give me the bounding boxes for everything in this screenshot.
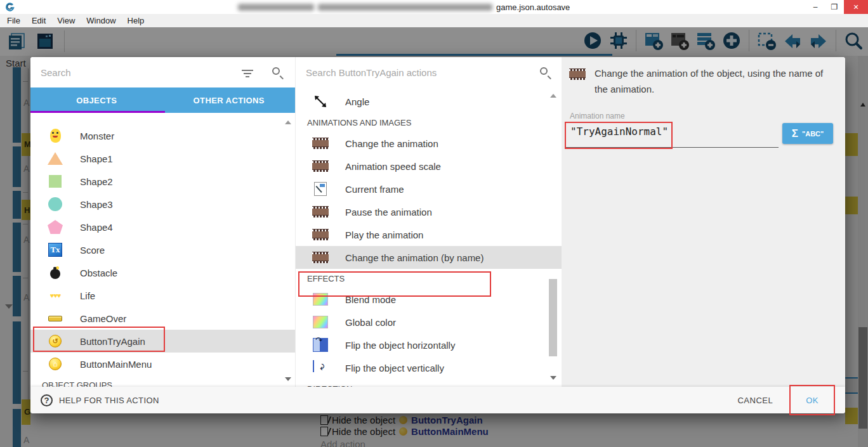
pentagon-object-icon <box>47 219 63 235</box>
object-label: Shape2 <box>80 176 113 187</box>
window-controls: – ❐ ✕ <box>806 0 868 14</box>
object-label: GameOver <box>80 313 126 324</box>
menu-help[interactable]: Help <box>122 16 150 25</box>
close-button[interactable]: ✕ <box>844 0 868 14</box>
retry-button-object-icon: ↺ <box>47 333 63 349</box>
film-strip-icon <box>312 226 329 243</box>
objects-search-row <box>30 57 295 87</box>
film-strip-icon <box>312 249 329 266</box>
list-item[interactable]: Shape2 <box>30 170 295 193</box>
scroll-up-icon[interactable] <box>285 120 291 124</box>
scroll-down-icon[interactable] <box>550 376 556 380</box>
bomb-object-icon <box>47 264 63 281</box>
object-label: ButtonMainMenu <box>80 359 152 370</box>
action-item[interactable]: Angle <box>296 90 562 113</box>
angle-icon <box>312 93 329 110</box>
hearts-object-icon: ♥♥♥ <box>47 287 63 304</box>
search-icon[interactable] <box>540 67 548 75</box>
menu-file[interactable]: File <box>1 16 26 25</box>
expression-editor-button[interactable]: Σ "ABC" <box>782 123 833 144</box>
action-label: Blend mode <box>345 294 396 305</box>
list-item-selected-buttontryagain[interactable]: ↺ ButtonTryAgain <box>30 330 295 353</box>
list-item[interactable]: Shape3 <box>30 193 295 216</box>
actions-list: Angle ANIMATIONS AND IMAGES Change the a… <box>296 87 562 387</box>
action-item[interactable]: Pause the animation <box>296 200 562 223</box>
list-item[interactable]: Shape1 <box>30 147 295 170</box>
annotation-box-ok: OK <box>789 385 835 415</box>
list-item[interactable]: ♥♥♥ Life <box>30 284 295 307</box>
action-label: Change the animation <box>345 138 438 149</box>
scroll-up-icon[interactable] <box>550 94 556 98</box>
actions-panel: Angle ANIMATIONS AND IMAGES Change the a… <box>295 57 562 387</box>
action-item[interactable]: Animation speed scale <box>296 155 562 178</box>
film-strip-icon <box>312 204 329 220</box>
action-editor-dialog: OBJECTS OTHER ACTIONS Monster Shape1 <box>30 57 845 413</box>
object-label: Obstacle <box>80 268 117 278</box>
help-icon: ? <box>41 394 53 406</box>
tab-objects[interactable]: OBJECTS <box>30 87 163 113</box>
list-item[interactable]: GameOver <box>30 307 295 330</box>
tab-other-actions[interactable]: OTHER ACTIONS <box>163 87 296 113</box>
expression-type-label: "ABC" <box>802 130 824 138</box>
action-item[interactable]: Blend mode <box>296 288 562 311</box>
action-label: Pause the animation <box>345 207 432 217</box>
actions-search-input[interactable] <box>296 67 495 78</box>
action-label: Current frame <box>345 184 404 195</box>
objects-tabs: OBJECTS OTHER ACTIONS <box>30 87 295 113</box>
object-label: Shape3 <box>80 199 113 210</box>
section-header: EFFECTS <box>296 269 562 288</box>
action-item[interactable]: ↷ Flip the object vertically <box>296 356 562 379</box>
minimize-button[interactable]: – <box>806 0 825 14</box>
action-item[interactable]: Play the animation <box>296 223 562 246</box>
action-item[interactable]: Current frame <box>296 178 562 200</box>
action-item[interactable]: Change the animation <box>296 132 562 155</box>
list-item[interactable]: Tx Score <box>30 238 295 261</box>
action-description: Change the animation of the object, usin… <box>569 66 829 98</box>
cancel-button[interactable]: CANCEL <box>737 396 773 405</box>
ok-button[interactable]: OK <box>806 396 819 405</box>
object-label: Shape1 <box>80 153 113 164</box>
object-groups-header: OBJECT GROUPS <box>30 375 295 387</box>
section-header: ANIMATIONS AND IMAGES <box>296 113 562 132</box>
window-title-text: game.json.autosave <box>496 3 570 12</box>
object-label: ButtonTryAgain <box>80 336 145 347</box>
menu-view[interactable]: View <box>51 16 81 25</box>
action-item[interactable]: Global color <box>296 311 562 334</box>
animation-name-input[interactable] <box>570 126 761 138</box>
object-label: Score <box>80 245 105 256</box>
menu-edit[interactable]: Edit <box>26 16 51 25</box>
menu-window[interactable]: Window <box>81 16 121 25</box>
film-strip-icon <box>569 66 586 82</box>
list-item[interactable]: Monster <box>30 124 295 147</box>
action-item-selected-change-animation-by-name[interactable]: Change the animation (by name) <box>296 246 562 269</box>
menubar: File Edit View Window Help <box>0 14 868 27</box>
action-label: Animation speed scale <box>345 161 441 172</box>
home-button-object-icon: ⌂ <box>47 356 63 372</box>
workarea: Start M H G A A A A A <box>0 27 868 447</box>
action-description-text: Change the animation of the object, usin… <box>595 66 829 98</box>
help-link[interactable]: ? HELP FOR THIS ACTION <box>41 394 159 406</box>
action-label: Change the animation (by name) <box>345 252 483 263</box>
film-strip-icon <box>312 158 329 174</box>
circle-object-icon <box>47 196 63 212</box>
actions-search-row <box>296 57 562 87</box>
object-label: Monster <box>80 131 114 141</box>
maximize-button[interactable]: ❐ <box>825 0 844 14</box>
scroll-down-icon[interactable] <box>285 377 291 381</box>
object-label: Life <box>80 290 95 301</box>
action-item[interactable]: ↷ Flip the object horizontally <box>296 334 562 356</box>
objects-search-input[interactable] <box>30 67 229 78</box>
scrollbar-thumb[interactable] <box>549 279 557 356</box>
filter-icon[interactable] <box>242 70 253 71</box>
list-item[interactable]: ⌂ ButtonMainMenu <box>30 353 295 375</box>
gameover-object-icon <box>47 310 63 327</box>
frame-icon <box>312 181 329 197</box>
flip-horizontal-icon: ↷ <box>312 337 329 353</box>
film-strip-icon <box>312 135 329 152</box>
dialog-footer: ? HELP FOR THIS ACTION CANCEL OK <box>30 387 845 413</box>
list-item[interactable]: Obstacle <box>30 261 295 284</box>
rainbow-icon <box>312 314 329 330</box>
list-item[interactable]: Shape4 <box>30 216 295 238</box>
search-icon[interactable] <box>272 67 280 75</box>
action-label: Play the animation <box>345 230 423 240</box>
